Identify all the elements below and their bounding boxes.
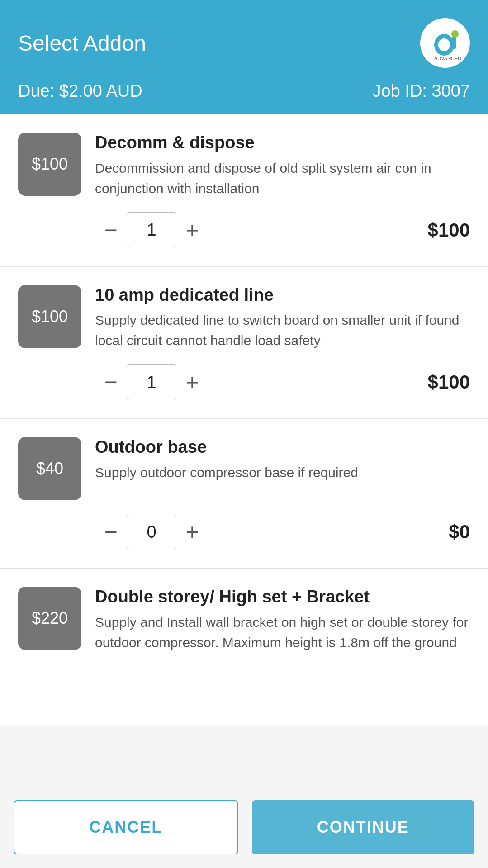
addon-desc-decomm: Decommission and dispose of old split sy… — [95, 158, 470, 199]
addon-desc-outdoor-base: Supply outdoor compressor base if requir… — [95, 462, 470, 483]
footer: CANCEL CONTINUE — [0, 791, 488, 868]
price-badge-double-storey: $220 — [18, 587, 81, 650]
price-badge-outdoor-text: $40 — [36, 459, 63, 478]
price-badge-decomm-text: $100 — [32, 155, 68, 174]
qty-increase-decomm[interactable]: + — [176, 214, 208, 246]
qty-increase-outdoor-base[interactable]: + — [176, 516, 208, 548]
logo-icon: ADVANCED ONE PTY LTD — [427, 25, 463, 61]
job-id: Job ID: 3007 — [373, 81, 470, 101]
addon-desc-amp-line: Supply dedicated line to switch board on… — [95, 310, 470, 351]
qty-decrease-decomm[interactable]: − — [95, 214, 127, 246]
continue-button[interactable]: CONTINUE — [252, 800, 475, 854]
qty-increase-amp-line[interactable]: + — [176, 366, 208, 398]
addon-name-double-storey: Double storey/ High set + Bracket — [95, 587, 470, 607]
svg-point-1 — [438, 38, 450, 51]
qty-input-decomm[interactable] — [127, 212, 176, 248]
addon-item-amp-line: $100 10 amp dedicated line Supply dedica… — [0, 267, 488, 419]
cancel-button[interactable]: CANCEL — [14, 800, 238, 854]
addon-item-decomm: $100 Decomm & dispose Decommission and d… — [0, 114, 488, 267]
qty-input-outdoor-base[interactable] — [127, 514, 176, 550]
addon-name-decomm: Decomm & dispose — [95, 133, 470, 153]
addon-name-amp-line: 10 amp dedicated line — [95, 285, 470, 306]
page-header: Select Addon ADVANCED ONE PTY LTD Due: $… — [0, 0, 488, 114]
svg-point-3 — [451, 30, 459, 38]
addon-total-decomm: $100 — [428, 219, 470, 241]
addon-item-double-storey: $220 Double storey/ High set + Bracket S… — [0, 569, 488, 653]
price-badge-outdoor-base: $40 — [18, 437, 81, 500]
price-badge-amp-line: $100 — [18, 285, 81, 348]
qty-input-amp-line[interactable] — [127, 364, 176, 400]
price-badge-decomm: $100 — [18, 133, 81, 196]
qty-decrease-outdoor-base[interactable]: − — [95, 516, 127, 548]
addon-desc-double-storey: Supply and Install wall bracket on high … — [95, 612, 470, 653]
svg-rect-2 — [452, 36, 456, 49]
qty-decrease-amp-line[interactable]: − — [95, 366, 127, 398]
due-amount: Due: $2.00 AUD — [18, 81, 142, 101]
price-badge-double-text: $220 — [32, 609, 68, 628]
addon-name-outdoor-base: Outdoor base — [95, 437, 470, 458]
addon-total-amp-line: $100 — [428, 371, 470, 393]
svg-text:ADVANCED ONE PTY LTD: ADVANCED ONE PTY LTD — [434, 56, 463, 61]
addon-total-outdoor-base: $0 — [449, 521, 470, 543]
addons-list: $100 Decomm & dispose Decommission and d… — [0, 114, 488, 725]
addon-item-outdoor-base: $40 Outdoor base Supply outdoor compress… — [0, 419, 488, 569]
price-badge-amp-text: $100 — [32, 307, 68, 326]
logo: ADVANCED ONE PTY LTD — [420, 18, 470, 68]
page-title: Select Addon — [18, 31, 146, 56]
